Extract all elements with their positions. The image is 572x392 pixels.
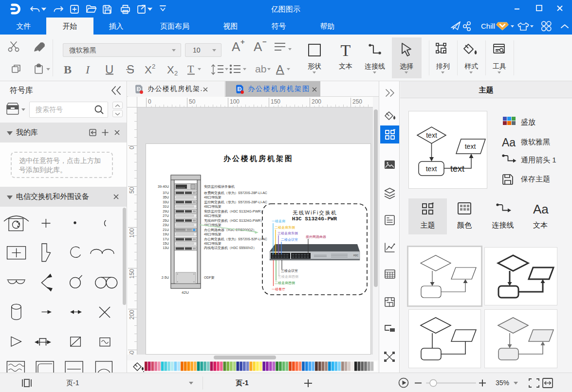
svg-text:亿图图示: 亿图图示 (271, 5, 300, 13)
svg-text:主题: 主题 (421, 221, 435, 229)
svg-text:选择: 选择 (400, 62, 413, 70)
svg-text:盛放: 盛放 (521, 118, 535, 126)
svg-text:−: − (262, 37, 267, 46)
svg-text:17U: 17U (163, 237, 169, 241)
svg-text:21U: 21U (163, 228, 169, 232)
svg-text:内线电话交换机（H3C S5500V2）: 内线电话交换机（H3C S5500V2） (204, 246, 257, 250)
svg-text:text: text (465, 143, 476, 150)
svg-text:一楼走廊: 一楼走廊 (272, 219, 285, 223)
svg-text:19U: 19U (163, 232, 169, 236)
svg-text:50: 50 (189, 98, 196, 105)
svg-text:48口理线架: 48口理线架 (204, 214, 221, 218)
svg-text:50: 50 (129, 187, 135, 194)
svg-text:文本: 文本 (339, 62, 352, 70)
svg-text:工具: 工具 (493, 62, 506, 70)
svg-text:连接线: 连接线 (365, 62, 385, 70)
svg-text:37U: 37U (163, 191, 169, 195)
svg-text:安防监控交换机（H3C S1324G-PWR）: 安防监控交换机（H3C S1324G-PWR） (204, 210, 264, 214)
svg-text:三楼走廊东侧: 三楼走廊东侧 (277, 232, 298, 235)
svg-text:三楼会议室: 三楼会议室 (281, 269, 298, 273)
svg-text:Chill: Chill (481, 22, 495, 30)
svg-text:I: I (85, 63, 90, 76)
svg-text:250: 250 (129, 351, 135, 355)
svg-text:一楼餐厅: 一楼餐厅 (272, 287, 285, 291)
svg-text:页-1: 页-1 (235, 379, 249, 387)
svg-text:排列: 排列 (436, 62, 450, 70)
svg-text:2: 2 (152, 63, 155, 70)
svg-text:13U: 13U (163, 246, 169, 249)
svg-text:二楼会议室: 二楼会议室 (281, 238, 298, 242)
svg-text:15U: 15U (163, 242, 169, 245)
svg-text:办公楼机房机架图: 办公楼机房机架图 (223, 154, 294, 162)
svg-text:33U: 33U (163, 200, 169, 204)
svg-text:三楼走廊西侧: 三楼走廊西侧 (278, 275, 298, 279)
svg-text:X: X (145, 64, 152, 76)
svg-text:2: 2 (174, 70, 178, 77)
svg-text:接外网路由器: 接外网路由器 (306, 235, 326, 239)
svg-text:250: 250 (352, 98, 362, 105)
svg-text:text: text (426, 131, 437, 139)
svg-text:形状: 形状 (308, 62, 321, 70)
svg-text:X: X (167, 64, 174, 76)
svg-text:Aa: Aa (502, 136, 516, 149)
svg-text:B: B (64, 63, 72, 76)
svg-text:文本: 文本 (533, 221, 548, 229)
svg-text:text: text (450, 164, 464, 174)
svg-text:A: A (254, 39, 262, 54)
svg-text:0: 0 (148, 98, 151, 105)
svg-text:25U: 25U (163, 219, 169, 222)
svg-text:48口理线架: 48口理线架 (204, 232, 221, 236)
svg-text:二楼走廊东侧: 二楼走廊东侧 (275, 226, 295, 230)
svg-text:颜色: 颜色 (457, 221, 472, 229)
svg-text:H3C S1324G-PWR: H3C S1324G-PWR (292, 216, 337, 222)
svg-text:100: 100 (129, 228, 135, 238)
svg-text:0: 0 (129, 146, 135, 149)
svg-text:无线WiFi交换机: 无线WiFi交换机 (293, 210, 337, 215)
svg-text:ODF架: ODF架 (204, 276, 215, 279)
svg-text:二楼走廊西侧: 二楼走廊西侧 (275, 281, 295, 285)
svg-text:T: T (187, 63, 194, 75)
svg-text:29U: 29U (163, 210, 169, 213)
svg-text:42U: 42U (182, 290, 189, 295)
svg-text:text: text (426, 165, 437, 173)
svg-text:2-5U: 2-5U (162, 276, 169, 279)
svg-text:31U: 31U (163, 205, 169, 208)
svg-text:连接线: 连接线 (492, 221, 514, 229)
svg-text:200: 200 (312, 98, 321, 105)
svg-text:安防监控模块录像机: 安防监控模块录像机 (204, 185, 235, 189)
svg-text:T: T (341, 41, 351, 59)
svg-text:150: 150 (129, 269, 135, 279)
svg-text:保存主题: 保存主题 (520, 175, 550, 183)
svg-text:+: + (240, 37, 245, 46)
svg-text:页-1: 页-1 (66, 379, 79, 387)
svg-text:办公网交换机（华为）S5720S-52P-LI-AC: 办公网交换机（华为）S5720S-52P-LI-AC (204, 237, 267, 241)
svg-text:通用箭头 1: 通用箭头 1 (521, 156, 556, 164)
svg-text:200: 200 (129, 310, 135, 320)
svg-text:无线WiFi交换机（H3C S1324G-PWR）: 无线WiFi交换机（H3C S1324G-PWR） (204, 219, 264, 223)
svg-text:23U: 23U (163, 223, 169, 227)
svg-text:收费网交换机（华为）S5720S-28P-LI-AC: 收费网交换机（华为）S5720S-28P-LI-AC (204, 191, 267, 195)
svg-text:微软雅黑: 微软雅黑 (521, 138, 550, 146)
svg-text:48口理线架: 48口理线架 (204, 242, 221, 246)
svg-text:样式: 样式 (464, 62, 478, 70)
svg-text:150: 150 (271, 98, 280, 105)
svg-text:27U: 27U (163, 214, 169, 217)
svg-text:48口理线架: 48口理线架 (204, 205, 221, 209)
svg-text:H3C: H3C (353, 254, 358, 257)
svg-text:监控网交换机（华为）S5720S-28P-LI-AC: 监控网交换机（华为）S5720S-28P-LI-AC (204, 200, 267, 204)
svg-text:A: A (232, 39, 240, 54)
svg-text:39-40U: 39-40U (158, 185, 169, 188)
svg-text:48口理线架: 48口理线架 (204, 196, 221, 199)
svg-text:100: 100 (230, 98, 240, 105)
svg-text:35%: 35% (496, 379, 509, 387)
svg-text:35U: 35U (163, 196, 169, 199)
svg-text:ab: ab (255, 63, 266, 74)
svg-text:Aa: Aa (533, 202, 549, 216)
